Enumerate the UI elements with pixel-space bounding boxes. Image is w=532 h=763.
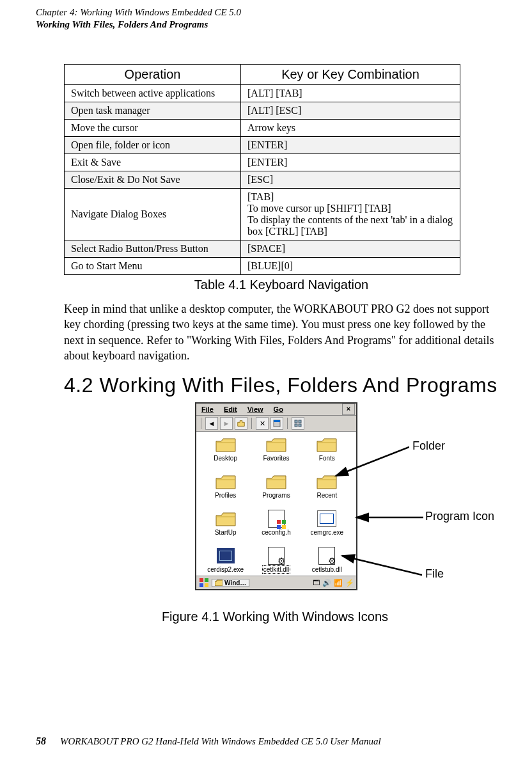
- svg-rect-8: [277, 525, 281, 529]
- system-tray: 🗔 🔊 📶 ⚡: [313, 579, 354, 587]
- table-cell-key: [ALT] [TAB]: [241, 85, 460, 102]
- file-item[interactable]: ceconfig.h: [252, 510, 300, 546]
- delete-button[interactable]: ✕: [256, 417, 269, 430]
- program-item[interactable]: cemgrc.exe: [303, 510, 351, 546]
- table-cell-operation: Move the cursor: [65, 120, 241, 137]
- svg-rect-2: [295, 420, 297, 423]
- svg-rect-5: [299, 424, 301, 427]
- up-button[interactable]: [235, 417, 247, 430]
- item-label: Desktop: [201, 455, 249, 462]
- svg-rect-12: [199, 583, 203, 587]
- item-label: Programs: [252, 492, 300, 499]
- svg-rect-11: [205, 578, 208, 582]
- table-cell-key: [SPACE]: [241, 240, 460, 258]
- tray-speaker-icon[interactable]: 🔊: [322, 579, 331, 587]
- table-row: Navigate Dialog Boxes[TAB] To move curso…: [65, 189, 460, 240]
- page-number: 58: [36, 735, 46, 747]
- folder-item[interactable]: StartUp: [201, 510, 249, 546]
- menu-edit[interactable]: Edit: [219, 404, 242, 414]
- footer-text: WORKABOUT PRO G2 Hand-Held With Windows …: [60, 736, 381, 747]
- arrow-program: [353, 511, 423, 524]
- annotation-folder: Folder: [412, 439, 445, 453]
- folder-item[interactable]: Favorites: [252, 436, 300, 471]
- close-button[interactable]: ×: [342, 404, 355, 415]
- folder-icon: [215, 436, 237, 453]
- svg-rect-6: [277, 520, 281, 524]
- menu-go[interactable]: Go: [269, 404, 288, 414]
- views-button[interactable]: [292, 417, 304, 430]
- section-heading: 4.2 Working With Files, Folders And Prog…: [64, 374, 499, 397]
- program-icon: [316, 510, 338, 528]
- back-button[interactable]: ◄: [205, 417, 218, 430]
- taskbar-task-label: Wind…: [224, 579, 246, 586]
- item-label: StartUp: [201, 529, 249, 536]
- svg-rect-4: [295, 424, 297, 427]
- taskbar-task[interactable]: Wind…: [212, 579, 249, 587]
- annotation-program: Program Icon: [425, 510, 494, 523]
- svg-line-16: [342, 556, 422, 575]
- tray-network-icon[interactable]: 📶: [334, 579, 343, 587]
- svg-rect-3: [299, 420, 301, 423]
- menu-view[interactable]: View: [242, 404, 269, 414]
- program-icon: [215, 547, 237, 565]
- item-label: Recent: [303, 492, 351, 499]
- svg-rect-1: [274, 420, 280, 422]
- menu-file[interactable]: File: [196, 404, 219, 414]
- item-label: cetlkitl.dll: [252, 566, 300, 573]
- tray-power-icon[interactable]: ⚡: [345, 579, 354, 587]
- figure-wrap: File Edit View Go × ◄ ► ✕: [64, 402, 499, 607]
- table-caption: Table 4.1 Keyboard Navigation: [64, 278, 499, 292]
- file-icon: ⚙: [316, 547, 338, 565]
- svg-rect-10: [199, 578, 203, 582]
- table-cell-key: [ENTER]: [241, 137, 460, 154]
- file-icon: ⚙: [265, 547, 287, 565]
- table-cell-operation: Select Radio Button/Press Button: [65, 240, 241, 258]
- table-head-operation: Operation: [65, 65, 241, 85]
- table-cell-key: Arrow keys: [241, 120, 460, 137]
- properties-button[interactable]: [270, 417, 283, 430]
- start-button[interactable]: [198, 578, 210, 588]
- taskbar: Wind… 🗔 🔊 📶 ⚡: [196, 576, 356, 589]
- toolbar-separator: [201, 418, 201, 429]
- table-head-key: Key or Key Combination: [241, 65, 460, 85]
- header-chapter: Chapter 4: Working With Windows Embedded…: [36, 6, 496, 19]
- item-label: cerdisp2.exe: [201, 566, 249, 573]
- page-header: Chapter 4: Working With Windows Embedded…: [36, 6, 496, 31]
- table-cell-operation: Go to Start Menu: [65, 258, 241, 275]
- page-footer: 58 WORKABOUT PRO G2 Hand-Held With Windo…: [36, 735, 496, 747]
- item-label: Profiles: [201, 492, 249, 499]
- arrow-file: [339, 553, 422, 578]
- keyboard-navigation-table: Operation Key or Key Combination Switch …: [64, 64, 460, 275]
- svg-line-14: [336, 447, 409, 476]
- table-cell-key: [BLUE][0]: [241, 258, 460, 275]
- item-label: Favorites: [252, 455, 300, 462]
- tray-icon[interactable]: 🗔: [313, 579, 320, 587]
- table-cell-operation: Navigate Dialog Boxes: [65, 189, 241, 240]
- table-row: Switch between active applications[ALT] …: [65, 85, 460, 102]
- svg-rect-7: [282, 520, 286, 524]
- toolbar-separator: [287, 418, 288, 429]
- table-cell-key: [ENTER]: [241, 154, 460, 171]
- forward-button[interactable]: ►: [220, 417, 233, 430]
- explorer-window: File Edit View Go × ◄ ► ✕: [195, 402, 357, 590]
- folder-item[interactable]: Programs: [252, 473, 300, 508]
- annotation-file: File: [425, 567, 444, 581]
- svg-rect-13: [205, 583, 208, 587]
- table-row: Open task manager[ALT] [ESC]: [65, 102, 460, 120]
- table-row: Select Radio Button/Press Button[SPACE]: [65, 240, 460, 258]
- table-cell-operation: Open task manager: [65, 102, 241, 120]
- table-row: Move the cursorArrow keys: [65, 120, 460, 137]
- header-section: Working With Files, Folders And Programs: [36, 19, 496, 31]
- folder-icon: [215, 510, 237, 528]
- table-cell-operation: Switch between active applications: [65, 85, 241, 102]
- folder-item[interactable]: Profiles: [201, 473, 249, 508]
- folder-icon: [215, 473, 237, 491]
- figure-caption: Figure 4.1 Working With Windows Icons: [58, 610, 492, 624]
- table-row: Exit & Save[ENTER]: [65, 154, 460, 171]
- menubar: File Edit View Go ×: [196, 404, 356, 416]
- body-paragraph: Keep in mind that unlike a desktop compu…: [64, 301, 499, 363]
- toolbar: ◄ ► ✕: [196, 416, 356, 432]
- svg-rect-9: [282, 525, 286, 529]
- folder-item[interactable]: Desktop: [201, 436, 249, 471]
- table-cell-operation: Open file, folder or icon: [65, 137, 241, 154]
